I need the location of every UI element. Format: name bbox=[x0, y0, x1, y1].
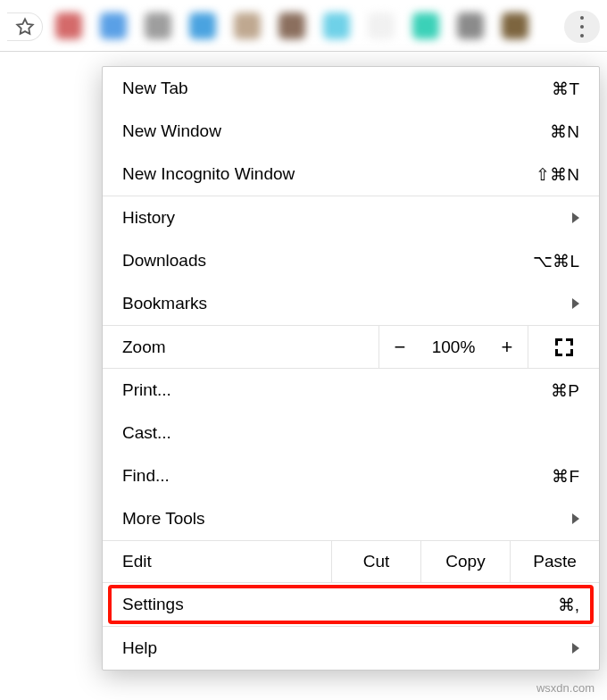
menu-item-edit: Edit Cut Copy Paste bbox=[103, 540, 599, 583]
extension-icon[interactable] bbox=[412, 12, 439, 39]
menu-label: History bbox=[122, 208, 572, 228]
vertical-dots-icon bbox=[580, 13, 584, 40]
extension-icon[interactable] bbox=[234, 12, 261, 39]
menu-item-more-tools[interactable]: More Tools bbox=[103, 497, 599, 540]
menu-item-downloads[interactable]: Downloads ⌥⌘L bbox=[103, 239, 599, 282]
menu-shortcut: ⌘P bbox=[551, 380, 579, 401]
menu-label: Help bbox=[122, 638, 572, 658]
extension-icon[interactable] bbox=[279, 12, 305, 39]
menu-item-cast[interactable]: Cast... bbox=[103, 412, 599, 454]
edit-cut-button[interactable]: Cut bbox=[331, 541, 420, 582]
submenu-arrow-icon bbox=[572, 298, 579, 309]
menu-item-history[interactable]: History bbox=[103, 196, 599, 239]
fullscreen-button[interactable] bbox=[528, 326, 599, 368]
edit-copy-button[interactable]: Copy bbox=[420, 541, 510, 582]
submenu-arrow-icon bbox=[572, 513, 579, 524]
bookmark-star-button[interactable] bbox=[7, 12, 43, 41]
zoom-out-button[interactable]: − bbox=[379, 336, 420, 359]
more-menu-button[interactable] bbox=[564, 11, 600, 43]
menu-label: Bookmarks bbox=[122, 294, 572, 313]
menu-item-bookmarks[interactable]: Bookmarks bbox=[103, 282, 599, 325]
menu-item-zoom: Zoom − 100% + bbox=[103, 326, 599, 369]
menu-label: Zoom bbox=[103, 326, 379, 368]
browser-toolbar bbox=[0, 0, 607, 52]
menu-label: Cast... bbox=[122, 423, 579, 443]
zoom-level: 100% bbox=[420, 338, 486, 357]
submenu-arrow-icon bbox=[572, 212, 579, 223]
menu-item-new-window[interactable]: New Window ⌘N bbox=[103, 110, 599, 153]
menu-item-new-incognito[interactable]: New Incognito Window ⇧⌘N bbox=[103, 153, 599, 196]
zoom-in-button[interactable]: + bbox=[486, 336, 528, 359]
menu-label: Find... bbox=[122, 466, 552, 486]
menu-label: Print... bbox=[122, 380, 551, 400]
menu-shortcut: ⌘N bbox=[550, 121, 579, 142]
extension-icon[interactable] bbox=[189, 12, 216, 39]
menu-label: Edit bbox=[103, 541, 331, 582]
extension-icon[interactable] bbox=[100, 12, 127, 39]
extension-icon[interactable] bbox=[323, 12, 350, 39]
menu-label: New Window bbox=[122, 121, 550, 141]
main-menu-dropdown: New Tab ⌘T New Window ⌘N New Incognito W… bbox=[102, 66, 600, 671]
fullscreen-icon bbox=[555, 338, 573, 356]
watermark-text: wsxdn.com bbox=[536, 681, 595, 695]
menu-item-new-tab[interactable]: New Tab ⌘T bbox=[103, 67, 599, 110]
menu-item-settings[interactable]: Settings ⌘, bbox=[103, 583, 599, 626]
extension-icon[interactable] bbox=[368, 12, 395, 39]
menu-item-help[interactable]: Help bbox=[103, 627, 599, 670]
edit-paste-button[interactable]: Paste bbox=[510, 541, 599, 582]
extension-icon[interactable] bbox=[145, 12, 171, 39]
menu-shortcut: ⌘F bbox=[552, 466, 579, 487]
menu-label: Downloads bbox=[122, 251, 533, 271]
menu-shortcut: ⌘, bbox=[558, 595, 579, 615]
extension-icon[interactable] bbox=[55, 12, 82, 39]
star-outline-icon bbox=[15, 17, 35, 37]
menu-item-print[interactable]: Print... ⌘P bbox=[103, 369, 599, 412]
extension-icon[interactable] bbox=[457, 12, 484, 39]
menu-label: More Tools bbox=[122, 509, 572, 529]
extension-icons-row bbox=[55, 11, 553, 41]
menu-label: Settings bbox=[122, 595, 558, 614]
submenu-arrow-icon bbox=[572, 643, 579, 654]
menu-shortcut: ⇧⌘N bbox=[536, 164, 579, 185]
extension-icon[interactable] bbox=[502, 12, 528, 39]
menu-shortcut: ⌘T bbox=[552, 79, 579, 99]
menu-label: New Tab bbox=[122, 79, 552, 98]
menu-label: New Incognito Window bbox=[122, 164, 536, 184]
menu-shortcut: ⌥⌘L bbox=[533, 251, 579, 271]
menu-item-find[interactable]: Find... ⌘F bbox=[103, 454, 599, 497]
